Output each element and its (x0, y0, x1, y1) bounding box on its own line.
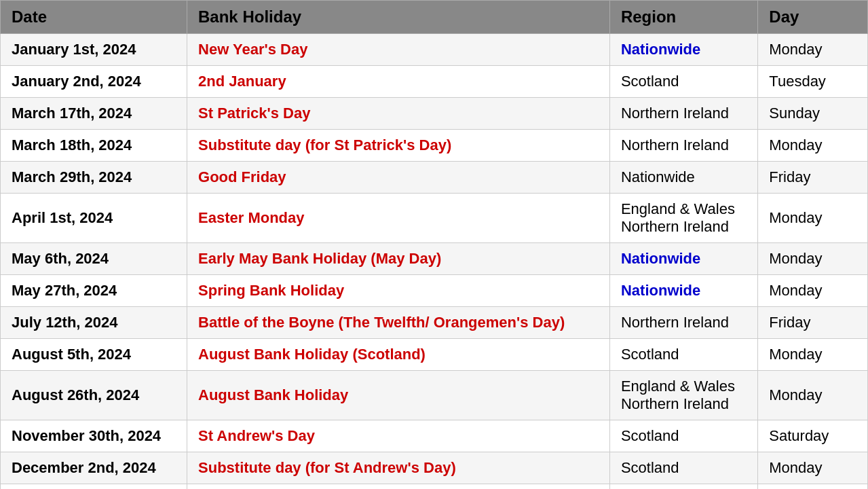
region-cell: Scotland (609, 66, 757, 98)
holiday-cell: 2nd January (187, 66, 610, 98)
main-table-container: Date Bank Holiday Region Day January 1st… (0, 0, 868, 489)
holiday-cell: August Bank Holiday (Scotland) (187, 339, 610, 371)
table-row: July 12th, 2024Battle of the Boyne (The … (1, 307, 868, 339)
table-row: May 27th, 2024Spring Bank HolidayNationw… (1, 275, 868, 307)
date-cell: April 1st, 2024 (1, 194, 187, 243)
header-region: Region (609, 1, 757, 34)
region-cell: Nationwide (609, 162, 757, 194)
region-cell: Scotland (609, 420, 757, 452)
header-holiday: Bank Holiday (187, 1, 610, 34)
day-cell: Monday (758, 339, 868, 371)
region-cell: England & WalesNorthern Ireland (609, 194, 757, 243)
day-cell: Saturday (758, 420, 868, 452)
day-cell: Monday (758, 130, 868, 162)
holiday-cell: Battle of the Boyne (The Twelfth/ Orange… (187, 307, 610, 339)
date-cell: July 12th, 2024 (1, 307, 187, 339)
holiday-cell: Substitute day (for St Andrew's Day) (187, 452, 610, 484)
header-row: Date Bank Holiday Region Day (1, 1, 868, 34)
region-cell: Northern Ireland (609, 98, 757, 130)
holiday-cell: St Patrick's Day (187, 98, 610, 130)
table-row: March 18th, 2024Substitute day (for St P… (1, 130, 868, 162)
holiday-cell: August Bank Holiday (187, 371, 610, 420)
table-body: January 1st, 2024New Year's DayNationwid… (1, 34, 868, 490)
region-cell: Scotland (609, 339, 757, 371)
bank-holidays-table: Date Bank Holiday Region Day January 1st… (0, 0, 868, 489)
date-cell: August 26th, 2024 (1, 371, 187, 420)
holiday-cell: Early May Bank Holiday (May Day) (187, 243, 610, 275)
date-cell: March 18th, 2024 (1, 130, 187, 162)
region-cell: Scotland (609, 452, 757, 484)
holiday-cell: Easter Monday (187, 194, 610, 243)
date-cell: December 25th, 2024 (1, 484, 187, 490)
table-row: August 26th, 2024August Bank HolidayEngl… (1, 371, 868, 420)
region-cell: Nationwide (609, 243, 757, 275)
table-row: March 29th, 2024Good FridayNationwideFri… (1, 162, 868, 194)
region-cell: Northern Ireland (609, 130, 757, 162)
day-cell: Tuesday (758, 66, 868, 98)
header-day: Day (758, 1, 868, 34)
date-cell: March 29th, 2024 (1, 162, 187, 194)
table-row: January 1st, 2024New Year's DayNationwid… (1, 34, 868, 66)
date-cell: March 17th, 2024 (1, 98, 187, 130)
day-cell: Monday (758, 243, 868, 275)
date-cell: November 30th, 2024 (1, 420, 187, 452)
day-cell: Monday (758, 452, 868, 484)
table-row: November 30th, 2024St Andrew's DayScotla… (1, 420, 868, 452)
date-cell: January 2nd, 2024 (1, 66, 187, 98)
region-cell: Northern Ireland (609, 307, 757, 339)
table-header: Date Bank Holiday Region Day (1, 1, 868, 34)
table-row: January 2nd, 20242nd JanuaryScotlandTues… (1, 66, 868, 98)
date-cell: December 2nd, 2024 (1, 452, 187, 484)
table-row: April 1st, 2024Easter MondayEngland & Wa… (1, 194, 868, 243)
day-cell: Monday (758, 275, 868, 307)
region-cell: Nationwide (609, 34, 757, 66)
date-cell: August 5th, 2024 (1, 339, 187, 371)
table-row: December 25th, 2024Christmas DayNationwi… (1, 484, 868, 490)
day-cell: Sunday (758, 98, 868, 130)
day-cell: Friday (758, 307, 868, 339)
holiday-cell: Good Friday (187, 162, 610, 194)
holiday-cell: Substitute day (for St Patrick's Day) (187, 130, 610, 162)
table-row: May 6th, 2024Early May Bank Holiday (May… (1, 243, 868, 275)
holiday-cell: St Andrew's Day (187, 420, 610, 452)
date-cell: May 27th, 2024 (1, 275, 187, 307)
date-cell: May 6th, 2024 (1, 243, 187, 275)
region-cell: Nationwide (609, 484, 757, 490)
holiday-cell: Spring Bank Holiday (187, 275, 610, 307)
table-row: August 5th, 2024August Bank Holiday (Sco… (1, 339, 868, 371)
day-cell: Wednesday (758, 484, 868, 490)
day-cell: Monday (758, 194, 868, 243)
holiday-cell: New Year's Day (187, 34, 610, 66)
day-cell: Monday (758, 371, 868, 420)
date-cell: January 1st, 2024 (1, 34, 187, 66)
table-row: December 2nd, 2024Substitute day (for St… (1, 452, 868, 484)
region-cell: Nationwide (609, 275, 757, 307)
day-cell: Monday (758, 34, 868, 66)
header-date: Date (1, 1, 187, 34)
region-cell: England & WalesNorthern Ireland (609, 371, 757, 420)
day-cell: Friday (758, 162, 868, 194)
table-row: March 17th, 2024St Patrick's DayNorthern… (1, 98, 868, 130)
holiday-cell: Christmas Day (187, 484, 610, 490)
